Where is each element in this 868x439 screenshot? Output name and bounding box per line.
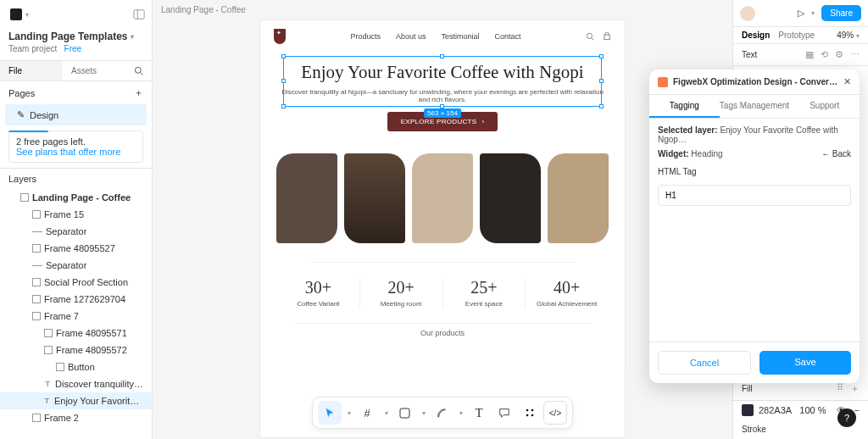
nav-link[interactable]: Testimonial	[442, 32, 480, 41]
plan-badge[interactable]: Free	[64, 44, 82, 53]
layer-row[interactable]: Button	[0, 358, 152, 375]
plugin-tab-support[interactable]: Support	[789, 95, 860, 118]
chevron-down-icon[interactable]: ▾	[811, 9, 815, 17]
pen-tool[interactable]	[430, 401, 453, 425]
svg-point-11	[531, 414, 534, 417]
panel-toggle-icon[interactable]	[133, 8, 145, 20]
hero-title[interactable]: Enjoy Your Favorite Coffee with Ngopi	[277, 61, 608, 83]
layer-row[interactable]: TEnjoy Your Favorite Coffee w	[0, 392, 152, 409]
layer-row[interactable]: Frame 1272629704	[0, 291, 152, 308]
styles-icon[interactable]: ⠿	[837, 382, 843, 395]
link-icon[interactable]: ⟲	[821, 49, 828, 60]
stroke-section-label: Stroke	[742, 425, 766, 434]
page-item-design[interactable]: ✎ Design	[5, 104, 147, 125]
tool-chevron[interactable]: ▾	[381, 401, 391, 425]
project-title[interactable]: Landing Page Templates ▾	[8, 31, 143, 42]
grid-icon[interactable]: ▦	[805, 49, 814, 60]
site-nav: ProductsAbout usTestimonialContact	[350, 32, 520, 41]
fill-swatch[interactable]	[742, 404, 754, 416]
layer-row[interactable]: Separator	[0, 257, 152, 274]
stats-row: 30+Coffee Variant20+Meeting room25+Event…	[260, 268, 625, 323]
canvas-tab-label[interactable]: Landing Page - Coffee	[161, 5, 246, 14]
text-tool[interactable]: T	[467, 401, 491, 425]
add-fill-icon[interactable]: ＋	[850, 382, 860, 395]
layer-row[interactable]: Social Proof Section	[0, 274, 152, 291]
svg-point-8	[526, 409, 529, 412]
more-icon[interactable]: ⋯	[850, 49, 860, 60]
cancel-button[interactable]: Cancel	[658, 351, 751, 375]
frame-tool[interactable]: #	[355, 401, 379, 425]
zoom-level[interactable]: 49% ▾	[837, 31, 860, 40]
notice-link[interactable]: See plans that offer more	[16, 147, 136, 157]
avatar[interactable]	[740, 6, 755, 21]
stat: 20+Meeting room	[360, 278, 443, 308]
layer-row[interactable]: Separator	[0, 223, 152, 240]
tab-prototype[interactable]: Prototype	[778, 31, 815, 40]
tool-chevron[interactable]: ▾	[455, 401, 465, 425]
artboard: ProductsAbout usTestimonialContact Enjoy…	[260, 20, 625, 437]
nav-link[interactable]: Products	[350, 32, 381, 41]
stat: 40+Global Achievement	[526, 278, 608, 308]
upgrade-notice: 2 free pages left. See plans that offer …	[8, 131, 143, 163]
site-logo-icon	[274, 29, 286, 44]
share-button[interactable]: Share	[821, 5, 861, 21]
file-tab[interactable]: File	[0, 61, 63, 81]
gallery-image	[344, 153, 405, 243]
toolbar: ▾ # ▾ ▾ ▾ T </>	[312, 397, 573, 429]
layer-row[interactable]: Frame 48095572	[0, 342, 152, 358]
tool-chevron[interactable]: ▾	[418, 401, 428, 425]
nav-link[interactable]: Contact	[495, 32, 521, 41]
back-button[interactable]: ← Back	[821, 149, 851, 158]
layer-row[interactable]: Frame 48095527	[0, 240, 152, 257]
eyedropper-icon: ✎	[17, 109, 25, 120]
add-page-icon[interactable]: ＋	[134, 86, 143, 99]
layer-row[interactable]: Frame 15	[0, 206, 152, 223]
present-icon[interactable]: ▷	[798, 8, 804, 19]
widget-value: Heading	[691, 149, 722, 158]
shape-tool[interactable]	[392, 401, 416, 425]
plugin-tab-tagging[interactable]: Tagging	[649, 95, 720, 118]
hero-subtitle: Discover tranquility at Ngopi—a sanctuar…	[277, 88, 608, 103]
gallery-image	[548, 153, 609, 243]
close-icon[interactable]: ✕	[843, 76, 851, 87]
fill-hex[interactable]: 282A3A	[759, 405, 792, 415]
actions-tool[interactable]	[518, 401, 542, 425]
left-panel: ▾ Landing Page Templates ▾ Team project …	[0, 0, 153, 439]
settings-icon[interactable]: ⚙	[835, 49, 843, 60]
main-menu[interactable]: ▾	[7, 5, 32, 24]
assets-tab[interactable]: Assets	[63, 61, 125, 81]
pages-heading: Pages	[8, 88, 35, 98]
layer-row[interactable]: TDiscover tranquility at Ngopi	[0, 375, 152, 392]
svg-line-5	[592, 38, 594, 41]
page-item-label: Design	[30, 110, 58, 120]
svg-line-3	[141, 73, 143, 75]
svg-point-4	[587, 33, 592, 38]
svg-point-9	[531, 409, 534, 412]
fill-opacity[interactable]: 100 %	[799, 405, 826, 415]
layers-heading: Layers	[8, 174, 36, 184]
dev-mode-toggle[interactable]: </>	[543, 401, 567, 425]
plugin-tab-management[interactable]: Tags Management	[720, 95, 790, 118]
text-section-label: Text	[742, 50, 757, 59]
comment-tool[interactable]	[492, 401, 516, 425]
selection-dimensions: 563 × 154	[424, 108, 461, 118]
save-button[interactable]: Save	[760, 351, 851, 375]
html-tag-input[interactable]	[658, 185, 851, 206]
team-label[interactable]: Team project	[8, 44, 57, 53]
tab-design[interactable]: Design	[742, 31, 770, 40]
nav-link[interactable]: About us	[396, 32, 426, 41]
tool-chevron[interactable]: ▾	[343, 401, 353, 425]
move-tool[interactable]	[318, 401, 342, 425]
cart-icon[interactable]	[603, 32, 611, 41]
layer-row[interactable]: Frame 7	[0, 308, 152, 325]
layer-row[interactable]: Frame 2	[0, 409, 152, 426]
canvas[interactable]: Landing Page - Coffee ProductsAbout usTe…	[153, 0, 732, 439]
search-icon[interactable]	[586, 32, 594, 41]
fill-section-label: Fill	[742, 384, 753, 393]
layer-row[interactable]: Frame 48095571	[0, 325, 152, 342]
help-icon[interactable]: ?	[837, 408, 856, 427]
svg-point-10	[526, 414, 529, 417]
search-icon[interactable]	[125, 61, 152, 81]
layer-row[interactable]: Landing Page - Coffee	[0, 189, 152, 206]
chevron-down-icon: ▾	[25, 11, 29, 19]
